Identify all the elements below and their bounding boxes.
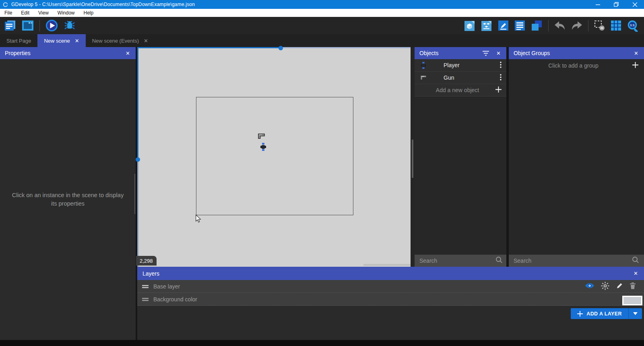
tab-new-scene[interactable]: New scene ✕ (37, 34, 85, 47)
plus-icon[interactable] (495, 86, 502, 94)
layers-panel: Layers ✕ Base layer (137, 267, 644, 340)
game-window-rect (196, 97, 353, 215)
drag-handle-icon[interactable] (142, 283, 149, 290)
scene-edge-top (137, 47, 281, 48)
gdevelop-window: GDevelop 5 - C:\Users\Sparkle\OneDrive\D… (0, 0, 644, 346)
close-icon[interactable]: ✕ (633, 270, 639, 276)
objects-panel-title: Objects (419, 50, 438, 56)
objects-search-row (415, 255, 506, 267)
scrollbar-thumb[interactable] (412, 140, 413, 178)
play-preview-icon[interactable] (45, 19, 58, 32)
add-layer-dropdown[interactable] (628, 308, 642, 319)
object-groups-search-input[interactable] (514, 257, 629, 264)
plus-icon[interactable] (632, 62, 638, 69)
gun-instance[interactable] (258, 133, 265, 141)
layer-delete-icon[interactable] (630, 282, 636, 290)
gdevelop-logo-icon (3, 2, 8, 7)
drag-handle-icon[interactable] (142, 296, 149, 303)
tab-new-scene-events[interactable]: New scene (Events) ✕ (86, 34, 155, 47)
tab-label: New scene (44, 38, 70, 44)
scene-edge-top-faded (281, 47, 411, 48)
search-icon (495, 256, 503, 265)
properties-empty-message: Click on an instance in the scene to dis… (0, 191, 136, 208)
chevron-down-icon (633, 312, 638, 315)
layer-effects-icon[interactable] (601, 282, 609, 291)
close-icon[interactable]: ✕ (125, 50, 131, 56)
canvas-vertical-scrollbar[interactable] (411, 47, 415, 267)
close-icon[interactable]: ✕ (495, 50, 502, 56)
player-object-icon (419, 62, 427, 69)
scene-edge-left (137, 47, 138, 159)
restore-button[interactable] (607, 0, 625, 9)
properties-body: Click on an instance in the scene to dis… (0, 59, 136, 340)
grid-icon[interactable] (611, 20, 621, 31)
debug-icon[interactable] (64, 20, 76, 32)
menu-view[interactable]: View (34, 9, 53, 17)
menu-edit[interactable]: Edit (17, 9, 34, 17)
tab-label: Start Page (6, 38, 31, 44)
background-color-picker[interactable] (622, 296, 642, 305)
layer-edit-icon[interactable] (616, 282, 623, 290)
minimize-button[interactable] (588, 0, 607, 9)
objects-search-input[interactable] (419, 257, 492, 264)
scene-handle-left[interactable] (136, 157, 140, 162)
scene-edge-left-faded (137, 159, 138, 267)
objects-panel-toggle-icon[interactable] (464, 20, 475, 31)
zoom-1-1-icon[interactable]: 1:1 (627, 20, 639, 32)
object-name: Gun (444, 74, 454, 81)
properties-scrollbar[interactable] (134, 174, 135, 214)
scene-window-icon[interactable] (22, 20, 34, 31)
editor-tabbar: Start Page New scene ✕ New scene (Events… (0, 34, 644, 47)
titlebar: GDevelop 5 - C:\Users\Sparkle\OneDrive\D… (0, 0, 644, 9)
layers-toggle-icon[interactable] (531, 20, 543, 31)
add-layer-label: ADD A LAYER (586, 311, 622, 317)
toolbar-separator (548, 20, 549, 31)
mouse-cursor-icon (195, 214, 202, 225)
properties-panel-header: Properties ✕ (0, 47, 136, 59)
layer-visibility-icon[interactable] (585, 282, 594, 290)
layer-row-base[interactable]: Base layer (137, 280, 644, 293)
object-groups-panel-header: Object Groups ✕ (509, 47, 644, 59)
add-group-row[interactable]: Click to add a group (509, 59, 644, 72)
properties-panel: Properties ✕ Click on an instance in the… (0, 47, 136, 340)
menu-help[interactable]: Help (79, 9, 98, 17)
object-row-gun[interactable]: Gun (415, 72, 506, 84)
layer-name: Background color (153, 296, 197, 303)
object-groups-panel-title: Object Groups (514, 50, 550, 56)
tab-start-page[interactable]: Start Page (0, 34, 37, 47)
object-groups-toggle-icon[interactable] (481, 20, 492, 31)
layer-row-background-color[interactable]: Background color (137, 293, 644, 306)
menu-window[interactable]: Window (53, 9, 79, 17)
gun-object-icon (419, 75, 427, 80)
close-icon[interactable]: ✕ (633, 50, 639, 56)
window-title: GDevelop 5 - C:\Users\Sparkle\OneDrive\D… (11, 2, 195, 7)
undo-icon[interactable] (554, 21, 566, 31)
menubar: File Edit View Window Help (0, 9, 644, 17)
canvas-horizontal-scrollbar[interactable] (363, 264, 411, 266)
objects-panel: Objects ✕ Player Gun (415, 47, 506, 267)
player-instance[interactable] (260, 143, 266, 152)
redo-icon[interactable] (571, 21, 582, 31)
scene-canvas[interactable]: 2,298 (137, 47, 411, 267)
tab-close-icon[interactable]: ✕ (144, 38, 148, 44)
menu-file[interactable]: File (0, 9, 17, 17)
object-menu-icon[interactable] (500, 74, 502, 82)
object-groups-search-row (509, 255, 644, 267)
zoom-ratio-label: 1:1 (630, 23, 635, 27)
clear-selection-icon[interactable] (594, 20, 605, 31)
filter-icon[interactable] (483, 51, 489, 56)
add-group-label: Click to add a group (514, 62, 632, 69)
scene-handle-top[interactable] (279, 46, 283, 50)
object-row-player[interactable]: Player (415, 59, 506, 72)
add-new-object-row[interactable]: Add a new object (415, 84, 506, 97)
close-button[interactable] (625, 0, 644, 9)
project-manager-icon[interactable] (4, 20, 16, 31)
add-layer-button[interactable]: ADD A LAYER (571, 308, 642, 319)
object-groups-panel: Object Groups ✕ Click to add a group (509, 47, 644, 267)
object-menu-icon[interactable] (500, 62, 502, 69)
properties-toggle-icon[interactable] (498, 20, 509, 31)
instances-list-toggle-icon[interactable] (514, 20, 525, 31)
toolbar: 1:1 (0, 17, 644, 34)
tab-label: New scene (Events) (92, 38, 139, 44)
tab-close-icon[interactable]: ✕ (75, 38, 79, 44)
